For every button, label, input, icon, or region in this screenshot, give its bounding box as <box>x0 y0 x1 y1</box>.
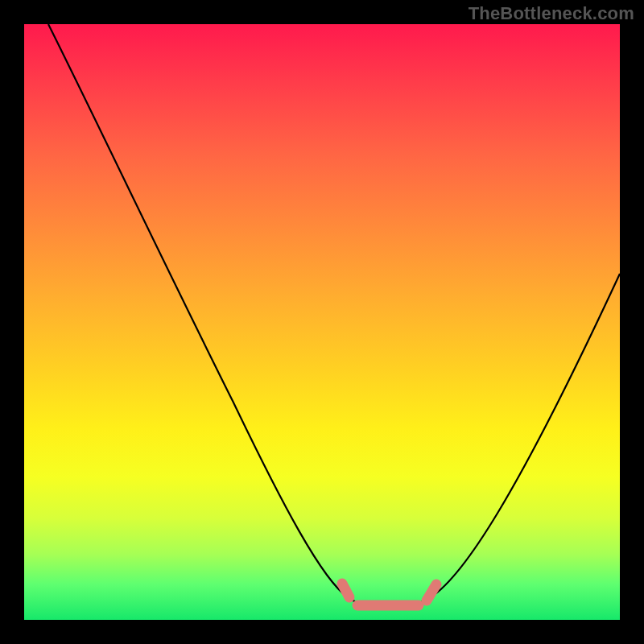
curve-layer <box>24 24 620 620</box>
watermark-text: TheBottleneck.com <box>469 3 634 24</box>
bottleneck-curve <box>48 24 620 607</box>
optimal-zone-marker <box>342 584 436 605</box>
chart-frame: TheBottleneck.com <box>0 0 644 644</box>
plot-area <box>24 24 620 620</box>
